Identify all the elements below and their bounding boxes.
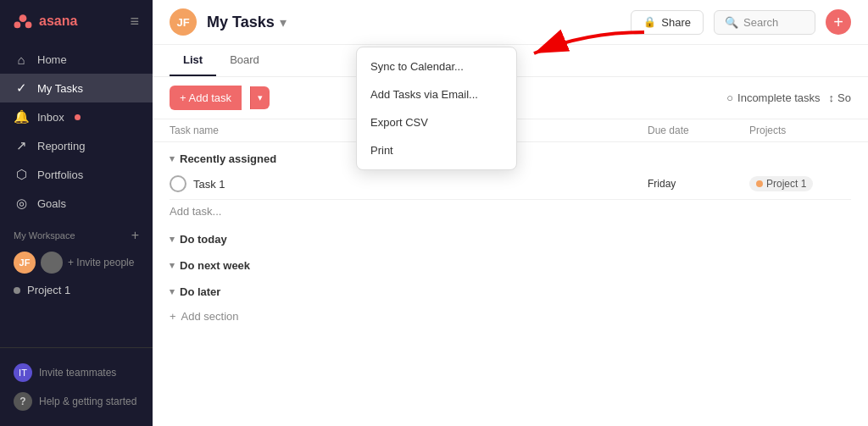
section-do-today-label: Do today: [180, 233, 227, 246]
add-section-button[interactable]: + Add section: [170, 302, 851, 331]
portfolios-icon: ⬡: [14, 167, 29, 182]
section-do-later[interactable]: ▾ Do later: [170, 275, 851, 302]
col-projects: Projects: [749, 124, 851, 136]
dropdown-item-export-csv[interactable]: Export CSV: [357, 108, 516, 136]
svg-point-1: [14, 22, 21, 29]
page-title: My Tasks: [207, 14, 275, 31]
sidebar-item-portfolios-label: Portfolios: [37, 169, 83, 181]
incomplete-tasks-filter[interactable]: ○ Incomplete tasks: [726, 91, 820, 104]
sort-icon: ↕: [829, 91, 835, 104]
dropdown-item-print[interactable]: Print: [357, 136, 516, 164]
task-area: ▾ Recently assigned Task 1 Friday Projec…: [153, 142, 868, 426]
page-avatar: JF: [170, 8, 197, 36]
logo-text: asana: [39, 14, 77, 29]
sidebar-item-reporting[interactable]: ↗ Reporting: [0, 131, 153, 160]
title-dropdown-button[interactable]: ▾: [280, 14, 287, 30]
asana-logo-icon: [14, 12, 32, 30]
main-container: JF My Tasks ▾ 🔒 Share 🔍 Search + List Bo…: [153, 0, 868, 426]
sidebar-project-1[interactable]: Project 1: [0, 279, 153, 302]
project-tag-label: Project 1: [766, 178, 806, 190]
task-name[interactable]: Task 1: [193, 178, 648, 191]
workspace-label: My Workspace: [14, 230, 75, 241]
invite-teammates-item[interactable]: IT Invite teammates: [14, 358, 139, 387]
project-tag[interactable]: Project 1: [749, 176, 813, 191]
share-button[interactable]: 🔒 Share: [631, 10, 704, 35]
user-avatar-other: [41, 252, 63, 274]
my-tasks-icon: ✓: [14, 80, 29, 96]
inbox-icon: 🔔: [14, 109, 29, 124]
workspace-users: JF + Invite people: [0, 246, 153, 279]
sidebar-bottom: IT Invite teammates ? Help & getting sta…: [0, 347, 153, 426]
add-task-inline[interactable]: Add task...: [170, 200, 851, 223]
section-do-next-week-label: Do next week: [180, 259, 250, 272]
add-task-button[interactable]: + Add task: [170, 86, 242, 110]
invite-people-link[interactable]: + Invite people: [68, 257, 134, 268]
add-task-dropdown-button[interactable]: ▾: [250, 86, 270, 109]
sidebar-item-home-label: Home: [37, 53, 67, 66]
add-workspace-item-button[interactable]: +: [131, 228, 139, 243]
sort-button[interactable]: ↕ So: [829, 91, 851, 104]
section-collapse-arrow: ▾: [170, 260, 175, 271]
home-icon: ⌂: [14, 53, 29, 67]
sidebar-item-home[interactable]: ⌂ Home: [0, 46, 153, 74]
page-header: JF My Tasks ▾ 🔒 Share 🔍 Search +: [153, 0, 868, 45]
tab-list[interactable]: List: [170, 45, 216, 76]
col-due-date: Due date: [648, 124, 749, 136]
section-do-next-week[interactable]: ▾ Do next week: [170, 249, 851, 275]
sidebar-collapse-button[interactable]: ≡: [130, 13, 139, 30]
project-1-label: Project 1: [27, 284, 70, 296]
task-project: Project 1: [749, 176, 851, 191]
svg-point-0: [19, 14, 27, 22]
tab-board[interactable]: Board: [216, 45, 273, 76]
search-box[interactable]: 🔍 Search: [714, 10, 815, 35]
dropdown-item-add-tasks-email[interactable]: Add Tasks via Email...: [357, 80, 516, 108]
project-dot-icon: [14, 287, 20, 294]
help-icon: ?: [14, 392, 32, 411]
sort-label: So: [837, 91, 851, 104]
filter-icon: ○: [726, 91, 733, 104]
sidebar-item-inbox[interactable]: 🔔 Inbox: [0, 102, 153, 131]
sidebar-item-portfolios[interactable]: ⬡ Portfolios: [0, 160, 153, 189]
help-label: Help & getting started: [39, 396, 136, 407]
section-collapse-arrow: ▾: [170, 153, 175, 164]
add-section-plus-icon: +: [170, 310, 176, 323]
project-dot-icon: [756, 180, 763, 187]
sidebar-item-my-tasks-label: My Tasks: [37, 82, 83, 95]
incomplete-tasks-label: Incomplete tasks: [737, 91, 821, 104]
table-row: Task 1 Friday Project 1: [170, 169, 851, 200]
user-avatar-jf: JF: [14, 252, 36, 274]
sidebar-item-reporting-label: Reporting: [37, 140, 85, 152]
share-button-label: Share: [661, 16, 691, 29]
workspace-section-title: My Workspace +: [0, 218, 153, 246]
reporting-icon: ↗: [14, 138, 29, 153]
logo: asana: [14, 12, 77, 30]
sidebar-item-my-tasks[interactable]: ✓ My Tasks: [0, 74, 153, 102]
section-collapse-arrow: ▾: [170, 234, 175, 245]
svg-point-2: [25, 22, 32, 29]
inbox-notification-dot: [75, 114, 81, 120]
sidebar-item-goals[interactable]: ◎ Goals: [0, 189, 153, 218]
search-icon: 🔍: [725, 16, 738, 29]
sidebar-item-goals-label: Goals: [37, 197, 66, 210]
task-due-date: Friday: [648, 178, 749, 190]
task-complete-button[interactable]: [170, 175, 186, 192]
sidebar-item-inbox-label: Inbox: [37, 111, 64, 124]
goals-icon: ◎: [14, 196, 29, 211]
dropdown-item-sync-calendar[interactable]: Sync to Calendar...: [357, 53, 516, 80]
section-do-later-label: Do later: [180, 285, 220, 298]
search-placeholder: Search: [743, 16, 778, 29]
global-add-button[interactable]: +: [826, 9, 851, 35]
invite-teammates-icon: IT: [14, 363, 32, 382]
section-collapse-arrow: ▾: [170, 286, 175, 297]
sidebar-logo: asana ≡: [0, 0, 153, 42]
invite-teammates-label: Invite teammates: [39, 367, 116, 379]
lock-icon: 🔒: [643, 16, 656, 28]
section-recently-assigned-label: Recently assigned: [180, 152, 276, 165]
page-title-area: My Tasks ▾: [207, 14, 287, 31]
sidebar-nav: ⌂ Home ✓ My Tasks 🔔 Inbox ↗ Reporting ⬡ …: [0, 42, 153, 347]
sidebar: asana ≡ ⌂ Home ✓ My Tasks 🔔 Inbox ↗ Repo…: [0, 0, 153, 426]
add-section-label: Add section: [181, 310, 239, 323]
dropdown-menu: Sync to Calendar... Add Tasks via Email.…: [356, 47, 517, 170]
help-item[interactable]: ? Help & getting started: [14, 387, 139, 416]
section-do-today[interactable]: ▾ Do today: [170, 223, 851, 249]
